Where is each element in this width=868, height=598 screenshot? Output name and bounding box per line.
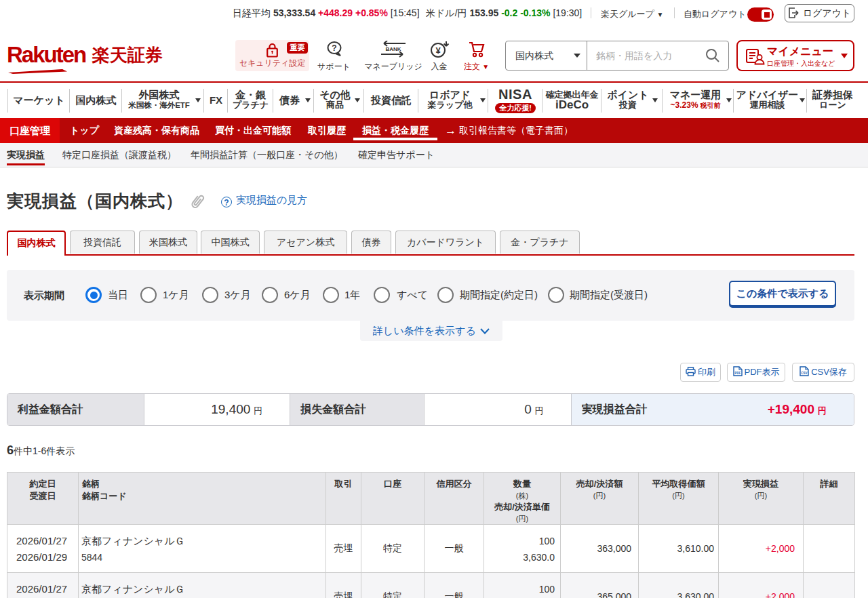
svg-text:CSV: CSV: [801, 372, 807, 375]
svg-text:BANK: BANK: [385, 46, 401, 52]
svg-text:¥: ¥: [435, 45, 441, 56]
svg-text:PDF: PDF: [734, 372, 741, 375]
svg-text:?: ?: [332, 43, 336, 53]
